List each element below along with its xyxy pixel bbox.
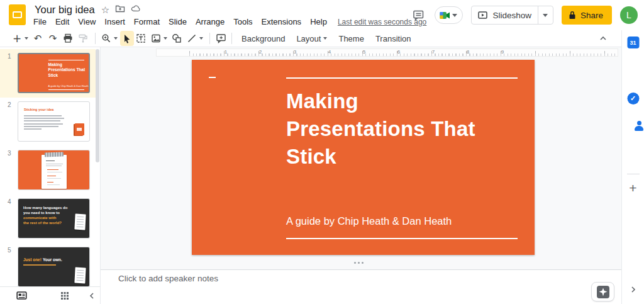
slide-thumbnail-4[interactable]: 4 How many languages do you need to know…	[0, 194, 96, 243]
mini-text-bar	[24, 123, 63, 125]
mini-text-bar	[46, 160, 55, 161]
mini-rule	[48, 89, 85, 90]
slide-thumbnail-1[interactable]: 1 Making Presentations That Stick A guid…	[0, 49, 96, 98]
notepad-image	[74, 214, 86, 230]
cloud-status-icon[interactable]	[131, 4, 142, 15]
notepad-image	[74, 267, 86, 284]
slide-canvas-area[interactable]: 1 2 3 4 5 6 7 8 9 Making Presentations T…	[101, 47, 621, 304]
ruler-number: 4	[328, 49, 331, 55]
tasks-icon[interactable]: ✓	[627, 93, 639, 104]
calendar-icon[interactable]: 31	[627, 37, 639, 48]
mini-text-bar	[24, 128, 42, 130]
transition-button[interactable]: Transition	[370, 32, 417, 45]
meet-button[interactable]	[435, 6, 463, 24]
mini-rule	[48, 60, 85, 60]
insert-comment-button[interactable]	[214, 31, 228, 46]
mini-text-bar	[47, 176, 56, 176]
explore-icon	[597, 286, 609, 298]
slides-logo-inner	[13, 11, 22, 18]
filmstrip-scrollbar[interactable]	[96, 49, 99, 162]
menu-view[interactable]: View	[74, 16, 100, 28]
menu-bar: File Edit View Insert Format Slide Arran…	[29, 16, 426, 28]
insert-image-caret-icon[interactable]	[164, 37, 167, 40]
slideshow-label: Slideshow	[492, 11, 531, 20]
menu-insert[interactable]: Insert	[100, 16, 130, 28]
show-side-panel-button[interactable]	[629, 285, 638, 296]
paint-format-button[interactable]	[76, 31, 90, 46]
share-button[interactable]: Share	[562, 6, 612, 25]
slide-number: 3	[8, 150, 11, 157]
slide-5-preview[interactable]: Just one!Your own.	[18, 247, 90, 286]
slide-1-preview[interactable]: Making Presentations That Stick A guide …	[18, 53, 90, 93]
filmstrip-view-button[interactable]	[16, 291, 27, 303]
slide-thumbnail-5[interactable]: 5 Just one!Your own.	[0, 243, 96, 286]
slide-subtitle-textbox[interactable]: A guide by Chip Heath & Dan Heath	[286, 215, 452, 227]
toolbar-separator	[231, 33, 232, 44]
print-button[interactable]	[61, 31, 75, 46]
insert-image-button[interactable]	[149, 31, 163, 46]
undo-button[interactable]: ↶	[31, 31, 45, 46]
hide-menus-button[interactable]	[599, 34, 608, 45]
menu-file[interactable]: File	[29, 16, 51, 28]
slide-title-textbox[interactable]: Making Presentations That Stick	[286, 87, 531, 171]
explore-button[interactable]	[591, 282, 614, 301]
star-icon[interactable]: ☆	[101, 5, 109, 14]
slideshow-dropdown[interactable]	[538, 6, 553, 24]
background-button[interactable]: Background	[236, 32, 291, 45]
menu-format[interactable]: Format	[130, 16, 164, 28]
add-addon-button[interactable]: +	[629, 181, 636, 194]
current-slide[interactable]: Making Presentations That Stick A guide …	[192, 60, 535, 255]
slide-2-preview[interactable]: Sticking your idea	[18, 101, 90, 142]
insert-line-caret-icon[interactable]	[199, 37, 203, 40]
account-avatar[interactable]: L	[620, 6, 638, 24]
view-switcher-bar	[0, 286, 101, 304]
new-slide-button[interactable]: +	[10, 31, 24, 46]
toolbar-separator	[209, 33, 210, 44]
redo-button[interactable]: ↷	[46, 31, 60, 46]
ruler-number: 7	[432, 49, 435, 55]
insert-shape-button[interactable]	[170, 31, 184, 46]
menu-slide[interactable]: Slide	[164, 16, 191, 28]
slide-3-preview[interactable]	[18, 150, 90, 190]
slide-thumbnail-3[interactable]: 3	[0, 146, 96, 194]
zoom-button[interactable]	[99, 31, 113, 46]
slide-thumbnail-2[interactable]: 2 Sticking your idea	[0, 98, 96, 146]
menu-extensions[interactable]: Extensions	[257, 16, 306, 28]
speaker-notes-placeholder[interactable]: Click to add speaker notes	[118, 274, 218, 283]
theme-button[interactable]: Theme	[333, 32, 369, 45]
comments-icon[interactable]	[410, 7, 426, 23]
move-folder-icon[interactable]	[115, 4, 125, 16]
ruler-number: 5	[363, 49, 365, 55]
mini-text-bar	[47, 178, 61, 179]
slideshow-button[interactable]: Slideshow	[471, 6, 553, 25]
notes-resize-handle[interactable]	[354, 262, 364, 264]
lock-icon	[569, 11, 576, 20]
new-slide-caret-icon[interactable]	[25, 37, 28, 40]
layout-button[interactable]: Layout	[291, 32, 333, 45]
slide-4-preview[interactable]: How many languages do you need to know t…	[18, 198, 90, 239]
mini-text-bar	[24, 118, 64, 119]
filmstrip-panel: 1 Making Presentations That Stick A guid…	[0, 47, 101, 286]
mini-text-bar	[24, 120, 60, 121]
ruler-number: 9	[501, 49, 504, 55]
select-tool-button[interactable]	[120, 31, 134, 46]
zoom-caret-icon[interactable]	[114, 37, 118, 40]
menu-arrange[interactable]: Arrange	[191, 16, 229, 28]
speaker-notes-area[interactable]: Click to add speaker notes	[101, 269, 621, 304]
present-icon	[478, 11, 487, 20]
collapse-filmstrip-button[interactable]	[87, 291, 96, 303]
menu-help[interactable]: Help	[306, 16, 331, 28]
side-panel: 31 ✓ +	[621, 30, 644, 304]
share-label: Share	[580, 11, 603, 20]
mini-text-bar	[23, 264, 56, 266]
menu-edit[interactable]: Edit	[51, 16, 74, 28]
insert-line-button[interactable]	[185, 31, 199, 46]
menu-tools[interactable]: Tools	[229, 16, 257, 28]
book-cover-image	[75, 123, 84, 135]
mini-text-bar	[47, 169, 58, 170]
text-box-button[interactable]	[134, 31, 148, 46]
horizontal-ruler: 1 2 3 4 5 6 7 8 9	[156, 48, 618, 57]
document-title[interactable]: Your big idea	[35, 4, 95, 16]
grid-view-button[interactable]	[60, 291, 69, 303]
slides-logo-icon[interactable]	[9, 4, 26, 25]
